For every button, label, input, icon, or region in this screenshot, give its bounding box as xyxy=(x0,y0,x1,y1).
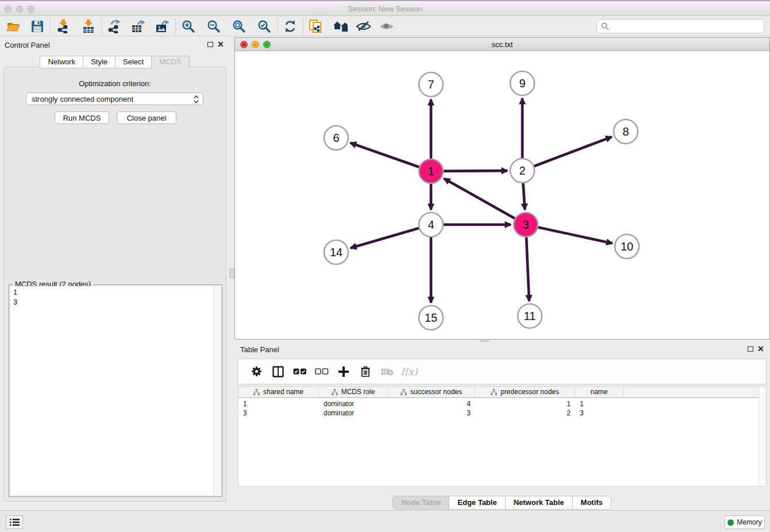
column-header-predecessor-nodes[interactable]: predecessor nodes xyxy=(475,387,575,397)
network-window-title: scc.txt xyxy=(235,40,769,49)
graph-edge-3-10[interactable] xyxy=(526,225,613,244)
add-column-button[interactable] xyxy=(333,364,355,379)
table-cell[interactable]: 4 xyxy=(388,399,475,408)
column-label: MCDS role xyxy=(341,388,375,396)
delete-table-button[interactable] xyxy=(376,364,398,379)
task-history-button[interactable] xyxy=(6,515,23,529)
zoom-selected-button[interactable] xyxy=(257,19,272,34)
delete-column-button[interactable] xyxy=(355,364,376,379)
export-table-icon xyxy=(131,20,146,33)
vertical-splitter-handle[interactable] xyxy=(229,268,234,278)
home-icon xyxy=(333,20,348,33)
table-settings-button[interactable] xyxy=(245,364,267,379)
float-panel-icon[interactable] xyxy=(207,42,213,47)
toolbar-separator xyxy=(175,18,176,34)
tab-select[interactable]: Select xyxy=(115,56,152,68)
column-label: name xyxy=(590,388,607,396)
control-panel-title: Control Panel xyxy=(5,41,50,49)
trash-icon xyxy=(361,366,370,377)
search-field[interactable] xyxy=(596,19,764,33)
table-cell[interactable]: 3 xyxy=(388,408,475,418)
import-network-icon xyxy=(56,20,70,33)
table-close-icon[interactable]: ✕ xyxy=(757,345,764,353)
run-mcds-button[interactable]: Run MCDS xyxy=(55,111,109,124)
column-header-name[interactable]: name xyxy=(575,387,623,397)
export-network-icon xyxy=(107,20,122,33)
import-network-button[interactable] xyxy=(56,19,71,34)
zoom-out-button[interactable] xyxy=(206,19,221,34)
show-columns-button[interactable] xyxy=(267,364,289,379)
table-panel-title: Table Panel xyxy=(240,345,279,354)
function-builder-button[interactable]: f(x) xyxy=(398,364,420,379)
show-view-button[interactable] xyxy=(379,19,394,34)
zoom-in-icon xyxy=(182,20,195,33)
table-cell[interactable]: 3 xyxy=(575,408,623,418)
table-header-row: shared nameMCDS rolesuccessor nodesprede… xyxy=(238,387,759,398)
hide-view-button[interactable] xyxy=(356,19,371,34)
tab-motifs[interactable]: Motifs xyxy=(572,496,611,510)
tab-network[interactable]: Network xyxy=(40,56,83,68)
column-header-MCDS-role[interactable]: MCDS role xyxy=(319,387,388,397)
column-label: predecessor nodes xyxy=(500,388,559,396)
home-button[interactable] xyxy=(333,19,348,34)
graph-node-label-2: 2 xyxy=(519,164,525,177)
export-image-button[interactable] xyxy=(155,19,170,34)
graph-node-label-15: 15 xyxy=(425,311,437,324)
table-row[interactable]: 3dominator323 xyxy=(238,408,759,418)
table-cell[interactable]: dominator xyxy=(319,399,388,408)
memory-button[interactable]: Memory xyxy=(725,515,765,529)
tab-style[interactable]: Style xyxy=(83,56,116,68)
apply-layout-button[interactable] xyxy=(283,19,298,34)
eye-icon xyxy=(379,21,394,32)
table-cell[interactable]: 1 xyxy=(575,399,623,408)
memory-label: Memory xyxy=(737,518,761,526)
graph-node-label-10: 10 xyxy=(621,240,633,253)
column-header-successor-nodes[interactable]: successor nodes xyxy=(388,387,475,397)
mcds-result-text[interactable]: 1 3 xyxy=(10,286,221,495)
clone-network-button[interactable] xyxy=(309,19,324,34)
table-cell[interactable]: 1 xyxy=(475,399,575,408)
unchecked-boxes-icon xyxy=(315,368,329,375)
search-input[interactable] xyxy=(612,22,764,30)
select-all-button[interactable] xyxy=(289,364,311,379)
table-cell[interactable]: 1 xyxy=(238,399,319,408)
table-cell[interactable]: 2 xyxy=(475,408,575,418)
column-header-shared-name[interactable]: shared name xyxy=(238,387,319,397)
close-panel-button[interactable]: Close panel xyxy=(117,111,176,124)
node-table[interactable]: shared nameMCDS rolesuccessor nodesprede… xyxy=(238,386,767,487)
table-scrollbar[interactable] xyxy=(759,387,766,486)
graph-edge-1-6[interactable] xyxy=(351,143,431,171)
table-cell[interactable]: 3 xyxy=(238,408,319,418)
zoom-in-button[interactable] xyxy=(181,19,196,34)
result-scrollbar[interactable] xyxy=(213,286,221,495)
table-toolbar: f(x) xyxy=(238,358,767,384)
graph-edge-2-8[interactable] xyxy=(522,137,612,171)
table-cell[interactable]: dominator xyxy=(319,408,388,418)
import-table-button[interactable] xyxy=(81,19,96,34)
control-panel-body: Optimization criterion: strongly connect… xyxy=(3,67,226,502)
hierarchy-icon xyxy=(401,389,407,395)
network-canvas[interactable]: 1234678910111415 xyxy=(235,51,769,339)
plus-icon xyxy=(338,367,349,377)
tab-edge-table[interactable]: Edge Table xyxy=(449,496,505,510)
close-panel-icon[interactable]: ✕ xyxy=(217,40,224,48)
table-row[interactable]: 1dominator411 xyxy=(238,399,759,408)
export-table-button[interactable] xyxy=(131,19,146,34)
zoom-selected-icon xyxy=(257,20,271,33)
columns-icon xyxy=(272,366,284,377)
deselect-all-button[interactable] xyxy=(311,364,333,379)
criterion-select[interactable]: strongly connected component xyxy=(26,92,203,105)
graph-edge-3-1[interactable] xyxy=(444,179,526,225)
tab-network-table[interactable]: Network Table xyxy=(505,496,573,510)
open-session-button[interactable] xyxy=(6,19,21,34)
network-view-window: ✕ − + scc.txt 1234678910111415 xyxy=(234,37,770,340)
export-network-button[interactable] xyxy=(107,19,122,34)
eye-slash-icon xyxy=(356,21,371,32)
tab-node-table[interactable]: Node Table xyxy=(392,496,449,510)
window-title: Session: New Session xyxy=(0,5,770,13)
table-float-icon[interactable] xyxy=(748,346,753,352)
graph-node-label-6: 6 xyxy=(333,132,339,144)
zoom-fit-button[interactable] xyxy=(232,19,247,34)
tab-mcds[interactable]: MCDS xyxy=(151,56,189,68)
save-session-button[interactable] xyxy=(30,19,45,34)
